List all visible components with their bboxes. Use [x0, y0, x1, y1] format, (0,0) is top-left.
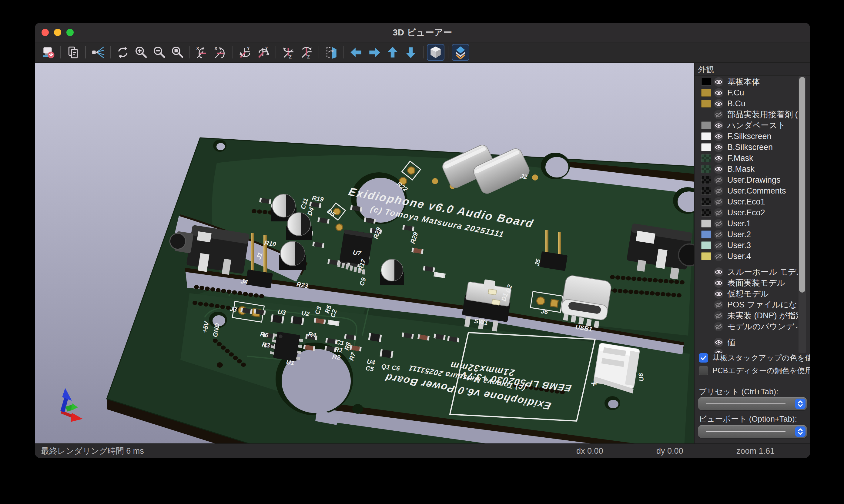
3d-viewport[interactable]: Exidiophone v6.0 Audio Board (c) Tomoya … — [35, 63, 694, 444]
value-option-list: 値 — [694, 337, 798, 353]
toolbar-separator — [189, 46, 190, 58]
layer-label: 基板本体 — [727, 76, 798, 87]
visibility-eye-off-icon[interactable] — [714, 197, 723, 206]
layer-row: ハンダペースト — [694, 120, 798, 131]
pan-down-button[interactable] — [402, 44, 419, 61]
toolbar-separator — [276, 46, 276, 58]
pan-right-button[interactable] — [366, 44, 383, 61]
rotate-x-ccw-button[interactable]: X — [212, 44, 229, 61]
layer-row: B.Silkscreen — [694, 142, 798, 152]
visibility-eye-off-icon[interactable] — [714, 241, 723, 250]
zoom-out-button[interactable] — [150, 44, 168, 61]
preset-combo-stepper-icon[interactable] — [795, 399, 806, 409]
visibility-eye-off-icon[interactable] — [714, 110, 723, 119]
viewport-combo-stepper-icon[interactable] — [795, 427, 806, 437]
visibility-eye-off-icon[interactable] — [714, 252, 723, 261]
layer-color-swatch[interactable] — [701, 132, 711, 140]
layer-color-swatch[interactable] — [701, 187, 711, 195]
layer-color-swatch[interactable] — [701, 143, 711, 151]
layer-color-swatch[interactable] — [701, 122, 711, 129]
visibility-eye-icon[interactable] — [714, 278, 723, 288]
layer-color-swatch[interactable] — [701, 176, 711, 184]
layer-label: User.Eco1 — [727, 197, 798, 206]
rotate-y-cw-button[interactable]: Y — [237, 44, 254, 61]
visibility-eye-off-icon[interactable] — [714, 230, 723, 239]
panel-scrollbar[interactable] — [798, 76, 806, 353]
layer-color-swatch[interactable] — [701, 165, 711, 173]
visibility-eye-icon[interactable] — [714, 143, 723, 152]
unchecked-checkbox[interactable] — [699, 366, 708, 375]
layer-label: User.3 — [727, 241, 798, 250]
rotate-x-cw-button[interactable]: X — [193, 44, 211, 61]
layer-label: POS ファイルにないモデ — [727, 299, 798, 310]
ref-label: U2 — [301, 309, 310, 318]
layer-color-swatch[interactable] — [701, 241, 711, 249]
layer-label: User.2 — [727, 230, 798, 239]
svg-text:X: X — [214, 46, 217, 51]
preset-label: プリセット (Ctrl+Tab): — [699, 386, 778, 397]
checkbox-label: PCBエディターの銅色を使用 — [712, 365, 810, 376]
visibility-eye-off-icon[interactable] — [714, 175, 723, 185]
layer-color-swatch[interactable] — [701, 78, 711, 86]
viewport-combo[interactable] — [698, 425, 807, 438]
layer-label: F.Cu — [727, 88, 798, 97]
flip-board-button[interactable] — [323, 44, 340, 61]
visibility-eye-icon[interactable] — [714, 99, 723, 108]
checkbox-row: PCBエディターの銅色を使用 — [699, 365, 810, 376]
render-time-status: 最終レンダリング時間 6 ms — [41, 444, 144, 458]
pan-up-button[interactable] — [384, 44, 401, 61]
layer-color-swatch[interactable] — [701, 209, 711, 217]
layer-label: スルーホール モデル — [727, 267, 798, 277]
visibility-eye-icon[interactable] — [714, 132, 723, 141]
appearance-panel-toggle[interactable] — [452, 44, 469, 61]
layer-color-swatch[interactable] — [701, 89, 711, 96]
pan-left-button[interactable] — [347, 44, 365, 61]
model-option-row: 仮想モデル — [694, 288, 798, 299]
visibility-eye-icon[interactable] — [714, 289, 723, 299]
rotate-y-ccw-button[interactable]: Y — [255, 44, 272, 61]
layer-color-swatch[interactable] — [701, 154, 711, 162]
layer-row: B.Mask — [694, 164, 798, 175]
visibility-eye-off-icon[interactable] — [714, 219, 723, 228]
appearance-panel: 外観 基板本体F.CuB.Cu部品実装用接着剤 (AdheハンダペーストF.Si… — [694, 63, 810, 444]
rotate-z-cw-button[interactable]: Z — [279, 44, 297, 61]
layer-color-swatch[interactable] — [701, 220, 711, 228]
visibility-eye-icon[interactable] — [714, 121, 723, 130]
layer-color-swatch[interactable] — [701, 231, 711, 238]
visibility-eye-icon[interactable] — [714, 88, 723, 97]
copy-image-button[interactable] — [64, 44, 82, 61]
visibility-eye-off-icon[interactable] — [714, 311, 723, 321]
visibility-eye-icon[interactable] — [714, 338, 723, 347]
visibility-eye-icon[interactable] — [714, 164, 723, 174]
orthographic-toggle[interactable] — [427, 44, 444, 61]
ref-label: U7 — [352, 249, 362, 257]
layer-label: B.Cu — [727, 99, 798, 108]
visibility-eye-icon[interactable] — [714, 154, 723, 163]
visibility-eye-icon[interactable] — [714, 77, 723, 87]
layer-color-swatch[interactable] — [701, 100, 711, 108]
zoom-in-button[interactable] — [132, 44, 150, 61]
rotate-z-ccw-button[interactable]: Z — [298, 44, 315, 61]
visibility-eye-icon[interactable] — [714, 267, 723, 277]
preset-combo[interactable] — [698, 397, 807, 410]
checked-checkbox[interactable] — [699, 353, 708, 363]
layer-color-swatch[interactable] — [701, 252, 711, 260]
ref-label: C1 — [335, 338, 344, 346]
visibility-eye-off-icon[interactable] — [714, 186, 723, 196]
ref-label: R4 — [307, 330, 316, 339]
visibility-eye-off-icon[interactable] — [714, 300, 723, 309]
layer-color-swatch[interactable] — [701, 198, 711, 206]
layer-label: 未実装 (DNP) が指定され — [727, 310, 798, 321]
zoom-fit-button[interactable] — [169, 44, 186, 61]
raytracing-button[interactable] — [89, 44, 107, 61]
scrollbar-thumb[interactable] — [799, 77, 805, 293]
redraw-button[interactable] — [114, 44, 132, 61]
visibility-eye-off-icon[interactable] — [714, 322, 723, 331]
layer-row: User.Eco1 — [694, 196, 798, 207]
visibility-eye-off-icon[interactable] — [714, 208, 723, 217]
layer-row: User.1 — [694, 218, 798, 229]
layer-row: F.Cu — [694, 87, 798, 98]
export-image-button[interactable] — [39, 44, 57, 61]
layer-label: 値 — [727, 337, 798, 348]
svg-text:Z: Z — [307, 55, 310, 59]
